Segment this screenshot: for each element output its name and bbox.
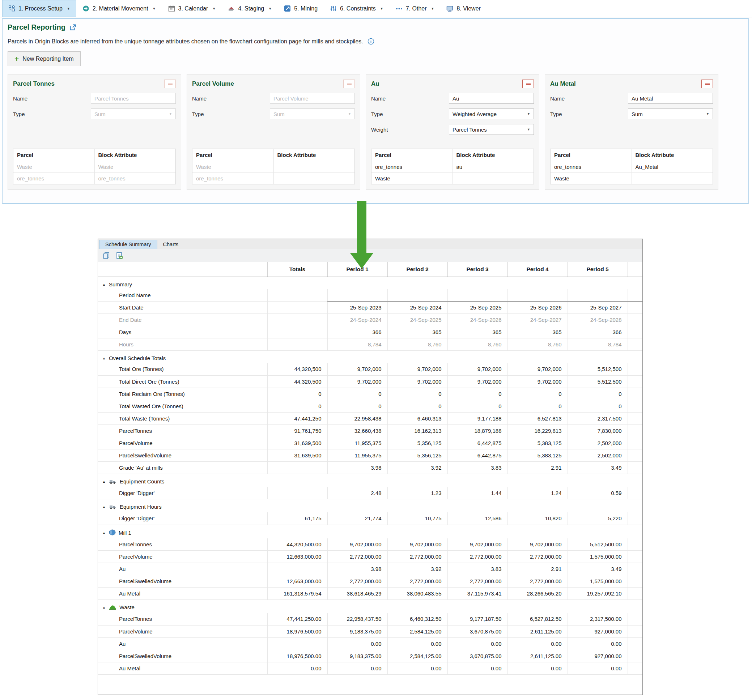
type-select[interactable]: Sum ▼ xyxy=(270,109,355,120)
remove-item-button[interactable] xyxy=(343,79,355,88)
nav-tab-constraints[interactable]: 6. Constraints▼ xyxy=(324,0,390,17)
name-input[interactable] xyxy=(91,93,176,104)
total-cell: 0 xyxy=(267,400,327,412)
table-row[interactable]: Digger 'Digger'2.481.231.441.240.59 xyxy=(98,487,642,499)
collapse-icon[interactable]: ▲ xyxy=(103,283,106,286)
table-row[interactable]: ParcelVolume12,663,000.002,772,000.002,7… xyxy=(98,551,642,563)
type-select[interactable]: Sum ▼ xyxy=(91,109,176,120)
table-row[interactable]: Period Name xyxy=(98,289,642,301)
nav-tab-label: 4. Staging xyxy=(238,5,264,12)
table-row[interactable]: Total Ore (Tonnes)44,320,5009,702,0009,7… xyxy=(98,363,642,375)
table-row[interactable]: ore_tonnes Au_Metal xyxy=(550,161,713,172)
table-row[interactable]: End Date24-Sep-202424-Sep-202524-Sep-202… xyxy=(98,314,642,326)
table-row[interactable]: ParcelVolume18,976,500.009,183,375.002,5… xyxy=(98,625,642,638)
row-label: Start Date xyxy=(98,301,267,314)
table-row[interactable]: Total Wasted Ore (Tonnes)000000 xyxy=(98,400,642,412)
type-select[interactable]: Weighted Average ▼ xyxy=(449,109,534,120)
table-row[interactable]: ParcelTonnes47,441,250.0022,958,437.506,… xyxy=(98,613,642,625)
collapse-icon[interactable]: ▲ xyxy=(103,480,106,483)
total-cell xyxy=(267,338,327,351)
collapse-icon[interactable]: ▲ xyxy=(103,357,106,360)
table-row[interactable]: Waste xyxy=(371,172,533,184)
table-row[interactable]: Hours8,7848,7608,7608,7608,784 xyxy=(98,338,642,351)
value-cell: 16,162,313 xyxy=(387,424,447,437)
nav-tab-viewer[interactable]: 8. Viewer xyxy=(440,0,486,17)
value-cell: 9,702,000 xyxy=(387,363,447,375)
info-icon[interactable] xyxy=(368,38,374,45)
value-cell: 32,660,438 xyxy=(327,424,387,437)
value-cell: 5,512,500 xyxy=(567,363,628,375)
value-cell: 11,955,375 xyxy=(327,449,387,461)
nav-tab-material-movement[interactable]: 2. Material Movement▼ xyxy=(76,0,162,17)
nav-tab-other[interactable]: 7. Other▼ xyxy=(390,0,441,17)
nav-tab-process-setup[interactable]: 1. Process Setup▼ xyxy=(2,0,76,17)
tab-charts[interactable]: Charts xyxy=(157,240,185,249)
name-input[interactable] xyxy=(628,93,713,104)
value-cell xyxy=(387,289,447,301)
nav-tab-calendar[interactable]: 3. Calendar▼ xyxy=(162,0,222,17)
table-row[interactable]: ore_tonnes au xyxy=(371,161,533,172)
name-label: Name xyxy=(371,95,385,102)
value-cell: 8,760 xyxy=(387,338,447,351)
value-cell: 0 xyxy=(567,388,628,400)
copy-icon[interactable] xyxy=(102,251,111,260)
weight-select[interactable]: Parcel Tonnes ▼ xyxy=(449,124,534,135)
table-row[interactable]: Total Waste (Tonnes)47,441,25022,958,438… xyxy=(98,412,642,424)
table-row[interactable]: ParcelSwelledVolume12,663,000.002,772,00… xyxy=(98,575,642,588)
table-row[interactable]: ParcelTonnes91,761,75032,660,43816,162,3… xyxy=(98,424,642,437)
type-label: Type xyxy=(13,111,25,117)
table-row[interactable]: Grade 'Au' at mills3.983.923.832.913.49 xyxy=(98,461,642,473)
name-input[interactable] xyxy=(449,93,534,104)
table-row[interactable]: Au Metal0.000.000.000.000.000.00 xyxy=(98,662,642,674)
value-cell: 365 xyxy=(387,326,447,338)
table-row[interactable]: Days366365365365366 xyxy=(98,326,642,338)
table-row[interactable]: Au Metal161,318,579.5438,618,465.2938,06… xyxy=(98,588,642,600)
collapse-icon[interactable]: ▲ xyxy=(103,605,106,609)
label-column-header xyxy=(98,262,267,276)
table-row[interactable]: ParcelVolume31,639,50011,955,3755,356,12… xyxy=(98,437,642,449)
table-row[interactable]: Total Direct Ore (Tonnes)44,320,5009,702… xyxy=(98,375,642,388)
value-cell: 0 xyxy=(387,400,447,412)
table-row[interactable]: Waste xyxy=(193,161,354,172)
new-reporting-item-button[interactable]: + New Reporting Item xyxy=(8,51,81,66)
type-select[interactable]: Sum ▼ xyxy=(628,109,713,120)
remove-item-button[interactable] xyxy=(164,79,176,88)
collapse-icon[interactable]: ▲ xyxy=(103,505,106,509)
row-label: Period Name xyxy=(98,289,267,301)
total-cell: 0 xyxy=(267,388,327,400)
table-row[interactable]: ParcelSwelledVolume31,639,50011,955,3755… xyxy=(98,449,642,461)
value-cell: 2,317,500 xyxy=(567,412,628,424)
export-csv-icon[interactable] xyxy=(115,251,124,260)
remove-item-button[interactable] xyxy=(522,79,534,88)
nav-tab-mining[interactable]: 5. Mining xyxy=(278,0,324,17)
table-row[interactable]: ore_tonnes ore_tonnes xyxy=(13,172,176,184)
open-external-icon[interactable] xyxy=(69,23,77,31)
collapse-icon[interactable]: ▲ xyxy=(103,531,106,535)
table-row[interactable]: ParcelTonnes44,320,500.009,702,000.009,7… xyxy=(98,539,642,551)
value-cell: 9,183,375.00 xyxy=(327,650,387,662)
chevron-down-icon: ▼ xyxy=(380,7,384,11)
table-row[interactable]: Digger 'Digger'61,17521,77410,77512,5861… xyxy=(98,512,642,525)
chevron-down-icon: ▼ xyxy=(527,128,530,131)
table-row[interactable]: Au0.000.000.000.000.00 xyxy=(98,638,642,650)
value-cell: 8,760 xyxy=(447,338,508,351)
value-cell: 2.91 xyxy=(508,563,567,575)
table-row[interactable]: Start Date25-Sep-202325-Sep-202425-Sep-2… xyxy=(98,301,642,314)
table-row[interactable]: Au3.983.923.832.913.49 xyxy=(98,563,642,575)
table-row[interactable]: ParcelSwelledVolume18,976,500.009,183,37… xyxy=(98,650,642,662)
nav-tab-staging[interactable]: 4. Staging▼ xyxy=(222,0,278,17)
chevron-down-icon: ▼ xyxy=(212,7,216,11)
tab-schedule-summary[interactable]: Schedule Summary xyxy=(99,240,157,249)
schedule-table: Totals Period 1 Period 2 Period 3 Period… xyxy=(98,262,642,675)
type-label: Type xyxy=(192,111,204,117)
truck-icon xyxy=(109,479,117,485)
table-row[interactable]: Total Reclaim Ore (Tonnes)000000 xyxy=(98,388,642,400)
table-row[interactable]: Waste xyxy=(550,172,713,184)
table-row[interactable]: Waste Waste xyxy=(13,161,176,172)
total-cell: 31,639,500 xyxy=(267,437,327,449)
name-input[interactable] xyxy=(270,93,355,104)
remove-item-button[interactable] xyxy=(701,79,713,88)
value-cell: 24-Sep-2024 xyxy=(327,314,387,326)
row-label: Au Metal xyxy=(98,662,267,674)
table-row[interactable]: ore_tonnes xyxy=(193,172,354,184)
